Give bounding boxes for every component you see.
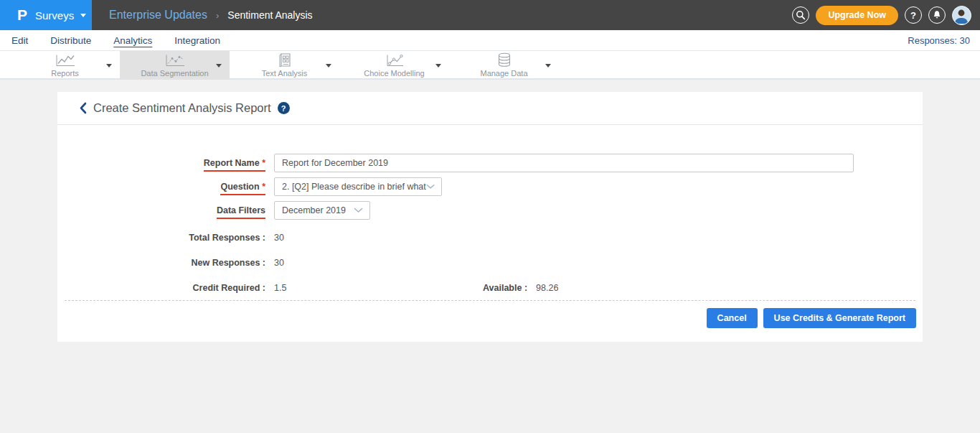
database-icon xyxy=(496,53,512,67)
new-responses-row: New Responses : 30 xyxy=(57,250,923,275)
line-chart-icon xyxy=(55,53,76,67)
chevron-down-icon xyxy=(326,64,331,67)
breadcrumb-current-page: Sentiment Analysis xyxy=(227,9,312,21)
report-name-row: Report Name * xyxy=(57,154,923,172)
report-name-input[interactable] xyxy=(274,154,854,172)
product-switcher-label: Surveys xyxy=(35,9,74,22)
scatter-line-chart-icon xyxy=(164,53,186,67)
tab-distribute[interactable]: Distribute xyxy=(50,35,91,46)
card-header: Create Sentiment Analysis Report ? xyxy=(57,92,923,125)
responses-count[interactable]: Responses: 30 xyxy=(908,35,970,46)
data-filters-label: Data Filters xyxy=(57,201,265,219)
top-navbar: P Surveys Enterprise Updates › Sentiment… xyxy=(0,0,980,30)
analytics-toolbar: Reports Data Segmentation xyxy=(0,51,980,80)
chevron-down-icon xyxy=(354,208,363,213)
question-mark-icon: ? xyxy=(910,10,916,21)
label-text: Data Filters xyxy=(217,205,265,215)
chevron-down-icon xyxy=(426,184,435,190)
dot-line-chart-icon xyxy=(385,53,405,67)
questionpro-logo-icon: P xyxy=(17,6,27,24)
create-report-card: Create Sentiment Analysis Report ? Repor… xyxy=(57,92,923,342)
toolbar-item-reports[interactable]: Reports xyxy=(10,51,120,80)
title-help-button[interactable]: ? xyxy=(278,102,290,114)
new-responses-label: New Responses : xyxy=(57,258,265,268)
toolbar-item-label: Text Analysis xyxy=(262,69,308,78)
chevron-down-icon xyxy=(435,64,441,67)
form-actions: Cancel Use Credits & Generate Report xyxy=(57,301,923,342)
breadcrumb: Enterprise Updates › Sentiment Analysis xyxy=(109,9,313,22)
toolbar-item-label: Choice Modelling xyxy=(364,69,424,78)
survey-section-nav: Edit Distribute Analytics Integration Re… xyxy=(0,30,980,51)
question-select[interactable]: 2. [Q2] Please describe in brief what ..… xyxy=(274,177,442,196)
chevron-down-icon xyxy=(545,64,551,67)
page-title: Create Sentiment Analysis Report xyxy=(93,101,271,115)
text-document-icon xyxy=(278,53,292,67)
back-button[interactable] xyxy=(79,102,87,114)
chevron-down-icon xyxy=(80,14,86,17)
help-button[interactable]: ? xyxy=(905,6,922,24)
question-mark-icon: ? xyxy=(281,104,286,113)
report-name-label: Report Name * xyxy=(57,154,265,172)
tab-edit[interactable]: Edit xyxy=(11,35,28,46)
chevron-left-icon xyxy=(79,102,87,114)
report-stats: Total Responses : 30 New Responses : 30 … xyxy=(57,225,923,300)
topbar-actions: Upgrade Now ? xyxy=(792,0,971,30)
search-icon xyxy=(796,10,806,20)
required-marker: * xyxy=(262,158,265,168)
new-responses-value: 30 xyxy=(274,258,303,268)
data-filters-row: Data Filters December 2019 xyxy=(57,201,923,220)
chevron-down-icon xyxy=(216,64,222,67)
data-filters-selected-value: December 2019 xyxy=(282,205,346,215)
total-responses-value: 30 xyxy=(274,233,303,243)
data-filters-select[interactable]: December 2019 xyxy=(274,201,370,220)
label-text: Report Name xyxy=(204,158,260,168)
total-responses-label: Total Responses : xyxy=(57,233,265,243)
toolbar-item-data-segmentation[interactable]: Data Segmentation xyxy=(120,51,230,80)
question-selected-value: 2. [Q2] Please describe in brief what ..… xyxy=(282,182,426,192)
label-text: Question xyxy=(220,182,259,192)
required-marker: * xyxy=(262,182,265,192)
toolbar-item-text-analysis[interactable]: Text Analysis xyxy=(230,51,339,80)
question-label: Question * xyxy=(57,177,265,195)
credit-required-value: 1.5 xyxy=(274,283,303,293)
toolbar-item-label: Data Segmentation xyxy=(141,69,208,78)
tab-analytics[interactable]: Analytics xyxy=(113,35,152,46)
available-credits-value: 98.26 xyxy=(536,283,558,293)
notifications-button[interactable] xyxy=(928,6,946,24)
search-button[interactable] xyxy=(792,6,809,24)
app-window: P Surveys Enterprise Updates › Sentiment… xyxy=(0,0,980,433)
report-form: Report Name * Question * 2. [Q2] Please … xyxy=(57,125,923,300)
chevron-down-icon xyxy=(106,64,112,67)
available-credits-label: Available : xyxy=(483,283,527,293)
page-content: Create Sentiment Analysis Report ? Repor… xyxy=(0,80,980,342)
toolbar-item-label: Manage Data xyxy=(480,69,527,78)
generate-report-button[interactable]: Use Credits & Generate Report xyxy=(763,308,916,328)
avatar[interactable] xyxy=(952,6,971,25)
product-switcher[interactable]: P Surveys xyxy=(0,0,92,30)
credit-required-row: Credit Required : 1.5 Available : 98.26 xyxy=(57,275,923,300)
breadcrumb-survey-name[interactable]: Enterprise Updates xyxy=(109,9,207,22)
tab-integration[interactable]: Integration xyxy=(174,35,220,46)
bell-icon xyxy=(932,10,942,20)
cancel-button[interactable]: Cancel xyxy=(707,308,758,328)
total-responses-row: Total Responses : 30 xyxy=(57,225,923,250)
question-row: Question * 2. [Q2] Please describe in br… xyxy=(57,177,923,196)
credit-required-label: Credit Required : xyxy=(57,283,265,293)
breadcrumb-separator: › xyxy=(216,10,219,21)
upgrade-button[interactable]: Upgrade Now xyxy=(816,6,898,25)
user-photo-icon xyxy=(953,6,970,24)
toolbar-item-choice-modelling[interactable]: Choice Modelling xyxy=(339,51,449,80)
toolbar-item-manage-data[interactable]: Manage Data xyxy=(449,51,559,80)
toolbar-item-label: Reports xyxy=(51,69,79,78)
